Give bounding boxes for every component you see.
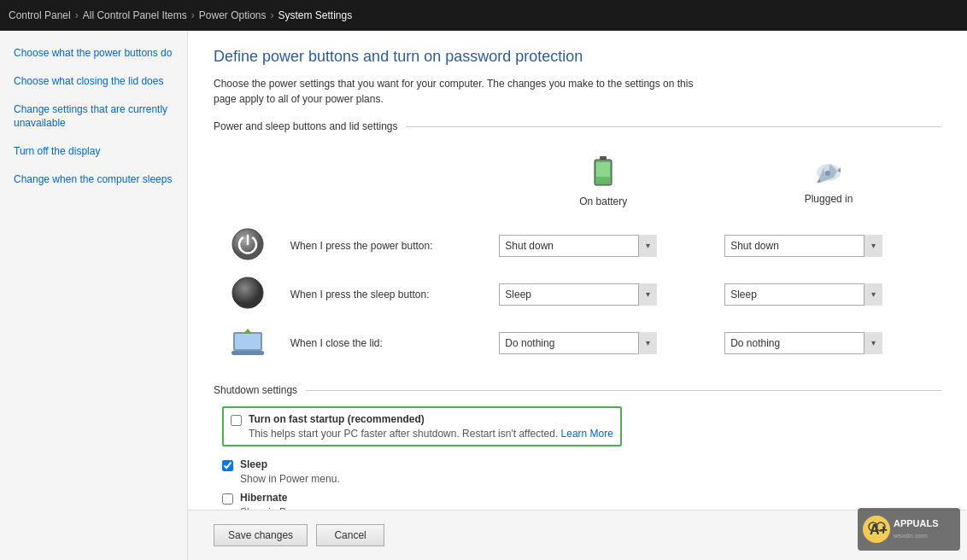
fast-startup-checkbox[interactable]	[231, 415, 242, 426]
table-row: When I press the sleep button: Sleep Shu…	[214, 270, 941, 318]
power-battery-dropdown-wrapper: Shut down Sleep Hibernate Do nothing Tur…	[499, 235, 657, 257]
content-area: Define power buttons and turn on passwor…	[188, 31, 967, 510]
breadcrumb-power-options[interactable]: Power Options	[199, 9, 267, 21]
breadcrumb-system-settings: System Settings	[278, 9, 352, 21]
sidebar-item-lid[interactable]: Choose what closing the lid does	[0, 67, 187, 96]
fast-startup-text: Turn on fast startup (recommended)	[249, 413, 425, 425]
power-button-label: When I press the power button:	[282, 221, 491, 270]
sleep-button-icon	[231, 277, 264, 309]
svg-rect-0	[600, 156, 607, 160]
svg-text:wsxdn.com: wsxdn.com	[893, 532, 928, 540]
breadcrumb-sep-2: ›	[191, 9, 195, 21]
bottom-bar: Save changes Cancel	[188, 510, 967, 560]
sleep-battery-dropdown[interactable]: Sleep Shut down Hibernate Do nothing Tur…	[499, 283, 657, 306]
lid-label: When I close the lid:	[282, 318, 491, 367]
sleep-button-label: When I press the sleep button:	[282, 270, 491, 318]
sleep-text: Sleep	[240, 458, 267, 470]
page-title: Define power buttons and turn on passwor…	[214, 48, 941, 66]
breadcrumb-sep-1: ›	[75, 9, 79, 21]
svg-point-11	[232, 277, 263, 308]
col-battery-label: On battery	[579, 195, 627, 207]
svg-rect-15	[231, 351, 264, 355]
svg-point-7	[825, 171, 830, 176]
sleep-item: Sleep Show in Power menu.	[214, 458, 941, 485]
fast-startup-highlight-box: Turn on fast startup (recommended) This …	[222, 406, 622, 446]
breadcrumb-control-panel[interactable]: Control Panel	[9, 9, 71, 21]
breadcrumb-sep-3: ›	[270, 9, 273, 21]
lid-icon	[230, 325, 266, 358]
save-button[interactable]: Save changes	[214, 524, 308, 546]
lid-plugged-dropdown-wrapper: Do nothing Sleep Hibernate Shut down Tur…	[724, 332, 882, 354]
sidebar-item-power-buttons[interactable]: Choose what the power buttons do	[0, 39, 187, 67]
lid-plugged-dropdown[interactable]: Do nothing Sleep Hibernate Shut down Tur…	[724, 332, 882, 354]
hibernate-checkbox-label[interactable]: Hibernate	[222, 492, 941, 505]
learn-more-link[interactable]: Learn More	[561, 428, 613, 440]
svg-rect-3	[596, 177, 610, 183]
lid-battery-dropdown[interactable]: Do nothing Sleep Hibernate Shut down Tur…	[499, 332, 657, 354]
svg-text:APPUALS: APPUALS	[894, 518, 939, 528]
title-bar: Control Panel › All Control Panel Items …	[0, 0, 967, 31]
sleep-plugged-dropdown[interactable]: Sleep Shut down Hibernate Do nothing Tur…	[724, 283, 882, 306]
power-battery-dropdown[interactable]: Shut down Sleep Hibernate Do nothing Tur…	[499, 235, 657, 257]
col-plugged-label: Plugged in	[805, 193, 853, 205]
hibernate-item: Hibernate Show in Power menu.	[214, 492, 941, 510]
power-button-icon	[231, 228, 264, 260]
section1-header: Power and sleep buttons and lid settings	[214, 120, 941, 132]
hibernate-checkbox[interactable]	[222, 493, 233, 505]
main-container: Choose what the power buttons do Choose …	[0, 31, 967, 560]
sleep-plugged-dropdown-wrapper: Sleep Shut down Hibernate Do nothing Tur…	[724, 283, 882, 306]
cancel-button[interactable]: Cancel	[316, 524, 384, 546]
watermark-svg: A+ APPUALS wsxdn.com	[858, 508, 960, 551]
table-row: When I press the power button: Shut down…	[214, 221, 941, 270]
battery-icon	[593, 156, 613, 189]
sidebar: Choose what the power buttons do Choose …	[0, 31, 188, 560]
settings-table: On battery	[214, 143, 941, 367]
section2-header: Shutdown settings	[214, 384, 941, 396]
watermark: A+ APPUALS wsxdn.com	[858, 508, 960, 553]
description: Choose the power settings that you want …	[214, 76, 794, 107]
lid-battery-dropdown-wrapper: Do nothing Sleep Hibernate Shut down Tur…	[499, 332, 657, 354]
sidebar-item-sleep[interactable]: Change when the computer sleeps	[0, 166, 187, 194]
fast-startup-desc: This helps start your PC faster after sh…	[249, 428, 613, 440]
sleep-checkbox[interactable]	[222, 460, 233, 471]
plugin-icon	[812, 159, 846, 186]
power-plugged-dropdown[interactable]: Shut down Sleep Hibernate Do nothing Tur…	[724, 235, 882, 257]
hibernate-text: Hibernate	[240, 492, 287, 504]
table-row: When I close the lid: Do nothing Sleep H…	[214, 318, 941, 367]
svg-rect-13	[235, 334, 261, 349]
power-plugged-dropdown-wrapper: Shut down Sleep Hibernate Do nothing Tur…	[724, 235, 882, 257]
sleep-battery-dropdown-wrapper: Sleep Shut down Hibernate Do nothing Tur…	[499, 283, 657, 306]
breadcrumb-all-items[interactable]: All Control Panel Items	[83, 9, 187, 21]
svg-marker-14	[243, 329, 252, 334]
fast-startup-item: Turn on fast startup (recommended) This …	[214, 406, 941, 452]
sidebar-item-unavailable[interactable]: Change settings that are currently unava…	[0, 96, 187, 138]
sidebar-item-display[interactable]: Turn off the display	[0, 137, 187, 166]
svg-marker-8	[817, 178, 820, 183]
sleep-desc: Show in Power menu.	[240, 473, 941, 485]
sleep-checkbox-label[interactable]: Sleep	[222, 458, 941, 471]
fast-startup-label[interactable]: Turn on fast startup (recommended)	[231, 413, 613, 426]
